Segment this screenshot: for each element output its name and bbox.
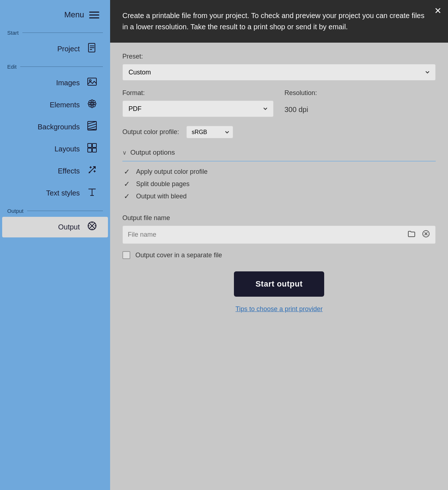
format-label: Format:: [122, 89, 274, 97]
checkmark-icon: ✓: [122, 192, 131, 201]
output-options-title: Output options: [130, 149, 175, 156]
info-text: Create a printable file from your projec…: [122, 12, 425, 31]
sidebar-item-backgrounds[interactable]: Backgrounds: [2, 117, 108, 137]
flower-icon: [86, 98, 98, 112]
main-content: Create a printable file from your projec…: [110, 0, 448, 490]
preset-section: Preset: Custom Standard High Quality: [122, 53, 436, 81]
output-options-divider: [122, 161, 436, 162]
file-name-label: Output file name: [122, 214, 436, 222]
output-filename-section: Output file name: [122, 214, 436, 244]
color-profile-row: Output color profile: sRGB CMYK Adobe RG…: [122, 126, 436, 138]
cover-label: Output cover in a separate file: [135, 252, 222, 259]
color-profile-label: Output color profile:: [122, 128, 179, 136]
sidebar-section-output: Output: [0, 204, 110, 216]
svg-point-26: [94, 167, 95, 168]
sidebar-item-text-styles[interactable]: Text styles: [2, 183, 108, 203]
format-resolution-row: Format: PDF PNG JPEG Resolution: 300 dpi: [122, 89, 436, 117]
resolution-col: Resolution: 300 dpi: [284, 89, 436, 114]
output-options-header: ∨ Output options: [122, 149, 436, 156]
hamburger-icon[interactable]: [89, 12, 99, 18]
sidebar-item-label: Backgrounds: [38, 123, 80, 131]
start-output-button[interactable]: Start output: [234, 271, 325, 297]
sidebar-item-label: Effects: [58, 167, 80, 175]
preset-label: Preset:: [122, 53, 436, 60]
image-icon: [86, 76, 98, 90]
browse-file-button[interactable]: [406, 228, 417, 242]
output-options-section: ∨ Output options ✓ Apply output color pr…: [122, 149, 436, 204]
sidebar-section-edit: Edit: [0, 60, 110, 72]
sidebar-item-project[interactable]: Project: [2, 39, 108, 59]
format-select[interactable]: PDF PNG JPEG: [122, 100, 274, 117]
clear-filename-button[interactable]: [420, 228, 432, 242]
svg-line-17: [88, 124, 96, 126]
info-banner: Create a printable file from your projec…: [110, 0, 448, 43]
resolution-label: Resolution:: [284, 89, 436, 97]
svg-line-18: [88, 126, 96, 129]
sidebar-item-label: Images: [56, 79, 80, 87]
tips-link[interactable]: Tips to choose a print provider: [122, 305, 436, 313]
close-button[interactable]: ✕: [434, 7, 442, 15]
sidebar-item-elements[interactable]: Elements: [2, 95, 108, 115]
checkbox-output-with-bleed[interactable]: ✓ Output with bleed: [122, 192, 436, 201]
checkbox-split-double-pages[interactable]: ✓ Split double pages: [122, 180, 436, 188]
sidebar-item-label: Text styles: [46, 189, 80, 197]
checkbox-apply-color-profile[interactable]: ✓ Apply output color profile: [122, 167, 436, 176]
sidebar-menu[interactable]: Menu: [0, 0, 110, 26]
format-col: Format: PDF PNG JPEG: [122, 89, 274, 117]
sidebar-item-label: Output: [58, 223, 80, 231]
sidebar-item-effects[interactable]: Effects: [2, 161, 108, 181]
resolution-value: 300 dpi: [284, 106, 436, 114]
preset-select[interactable]: Custom Standard High Quality: [122, 64, 436, 81]
chevron-down-icon: ∨: [122, 149, 127, 156]
sidebar: Menu Start Project Edit Images: [0, 0, 110, 490]
svg-rect-20: [88, 143, 92, 147]
pattern-icon: [86, 120, 98, 134]
sidebar-item-images[interactable]: Images: [2, 73, 108, 93]
sidebar-item-label: Layouts: [55, 145, 80, 153]
checkmark-icon: ✓: [122, 167, 131, 176]
svg-point-31: [89, 172, 90, 173]
cover-checkbox[interactable]: [122, 251, 130, 259]
svg-rect-23: [92, 148, 96, 152]
cover-row[interactable]: Output cover in a separate file: [122, 251, 436, 259]
filename-input-row: [122, 225, 436, 244]
text-icon: [86, 186, 98, 200]
checkbox-label: Split double pages: [136, 180, 190, 188]
filename-input[interactable]: [126, 227, 403, 242]
sidebar-item-label: Project: [57, 45, 80, 53]
checkbox-label: Apply output color profile: [136, 168, 208, 176]
output-icon: [86, 220, 98, 234]
sparkle-icon: [86, 164, 98, 178]
panel-body: Preset: Custom Standard High Quality For…: [110, 43, 448, 490]
svg-rect-21: [92, 143, 96, 147]
svg-line-16: [88, 121, 96, 124]
document-icon: [86, 42, 98, 56]
checkbox-label: Output with bleed: [136, 193, 187, 200]
sidebar-section-start: Start: [0, 26, 110, 38]
sidebar-item-layouts[interactable]: Layouts: [2, 139, 108, 159]
sidebar-item-output[interactable]: Output: [2, 217, 108, 237]
checkmark-icon: ✓: [122, 180, 131, 188]
sidebar-item-label: Elements: [50, 101, 80, 109]
menu-label: Menu: [64, 10, 84, 20]
color-profile-select[interactable]: sRGB CMYK Adobe RGB: [186, 126, 233, 138]
grid-icon: [86, 142, 98, 156]
svg-rect-22: [88, 148, 92, 152]
